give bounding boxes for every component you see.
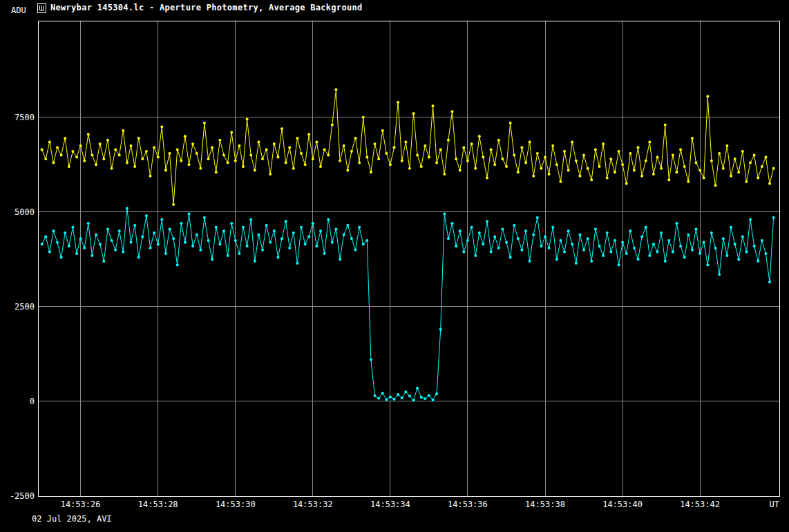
y-tick-label: -2500	[10, 491, 35, 501]
x-tick-label: 14:53:42	[680, 500, 720, 509]
x-axis-ut-label: UT	[770, 500, 779, 509]
series-target-star	[41, 207, 775, 401]
x-tick-label: 14:53:34	[370, 500, 410, 509]
x-tick-label: 14:53:40	[602, 500, 643, 509]
x-tick-label: 14:53:28	[138, 500, 178, 509]
app-window: ADU Newrybar 145304.lc - Aperture Photom…	[0, 0, 789, 532]
y-tick-label: 7500	[15, 113, 35, 122]
x-tick-label: 14:53:30	[216, 500, 256, 509]
x-tick-label: 14:53:38	[525, 500, 565, 509]
y-tick-label: 0	[30, 397, 35, 406]
x-tick-label: 14:53:32	[293, 500, 333, 509]
plot-frame	[38, 21, 779, 496]
x-tick-label: 14:53:26	[61, 500, 101, 509]
light-curve-plot[interactable]: 7500500025000-250014:53:2614:53:2814:53:…	[0, 0, 789, 532]
y-tick-label: 2500	[15, 302, 35, 312]
y-tick-label: 5000	[15, 207, 35, 217]
series-comparison-star	[41, 88, 775, 206]
x-tick-label: 14:53:36	[448, 500, 488, 509]
footer-date-label: 02 Jul 2025, AVI	[32, 514, 112, 524]
